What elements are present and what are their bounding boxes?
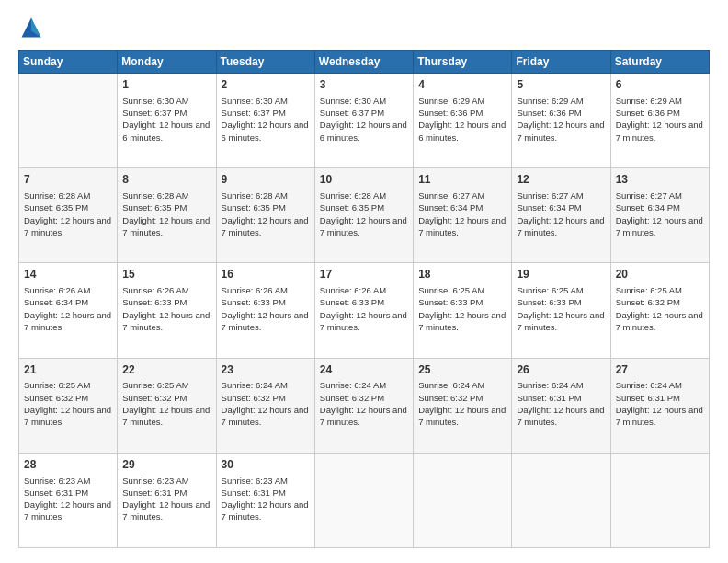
day-header-saturday: Saturday [610,51,709,74]
sunset-text: Sunset: 6:33 PM [418,297,483,307]
daylight-text: Daylight: 12 hours and 6 minutes. [320,120,407,142]
sunrise-text: Sunrise: 6:26 AM [320,285,386,295]
calendar-cell: 3Sunrise: 6:30 AMSunset: 6:37 PMDaylight… [314,74,413,168]
calendar-cell: 24Sunrise: 6:24 AMSunset: 6:32 PMDayligh… [314,358,413,453]
sunrise-text: Sunrise: 6:24 AM [222,380,288,390]
sunset-text: Sunset: 6:35 PM [122,202,187,213]
sunset-text: Sunset: 6:34 PM [418,202,483,213]
day-number: 6 [616,77,704,93]
daylight-text: Daylight: 12 hours and 7 minutes. [418,215,506,237]
sunset-text: Sunset: 6:35 PM [320,202,384,213]
day-number: 19 [517,267,605,282]
daylight-text: Daylight: 12 hours and 7 minutes. [122,310,210,332]
daylight-text: Daylight: 12 hours and 7 minutes. [320,215,407,237]
daylight-text: Daylight: 12 hours and 7 minutes. [122,215,210,237]
day-number: 20 [616,267,704,282]
calendar-cell [19,74,118,168]
daylight-text: Daylight: 12 hours and 6 minutes. [122,120,210,142]
day-number: 26 [517,362,605,378]
daylight-text: Daylight: 12 hours and 7 minutes. [24,310,111,332]
daylight-text: Daylight: 12 hours and 7 minutes. [517,120,604,142]
daylight-text: Daylight: 12 hours and 7 minutes. [616,215,703,237]
calendar-cell: 2Sunrise: 6:30 AMSunset: 6:37 PMDaylight… [216,74,314,168]
sunrise-text: Sunrise: 6:27 AM [517,190,583,201]
day-number: 12 [517,172,605,188]
logo-icon [18,15,44,40]
calendar-cell: 30Sunrise: 6:23 AMSunset: 6:31 PMDayligh… [216,453,314,547]
daylight-text: Daylight: 12 hours and 7 minutes. [24,405,111,427]
day-number: 2 [222,77,310,93]
daylight-text: Daylight: 12 hours and 7 minutes. [616,405,703,427]
calendar-cell: 6Sunrise: 6:29 AMSunset: 6:36 PMDaylight… [610,74,709,168]
sunrise-text: Sunrise: 6:28 AM [122,190,188,201]
calendar-cell: 23Sunrise: 6:24 AMSunset: 6:32 PMDayligh… [216,358,314,453]
daylight-text: Daylight: 12 hours and 7 minutes. [122,500,210,522]
sunset-text: Sunset: 6:33 PM [517,297,581,307]
daylight-text: Daylight: 12 hours and 7 minutes. [24,500,111,522]
calendar-cell: 13Sunrise: 6:27 AMSunset: 6:34 PMDayligh… [610,168,709,263]
sunrise-text: Sunrise: 6:29 AM [418,96,484,106]
sunset-text: Sunset: 6:34 PM [517,202,581,213]
sunset-text: Sunset: 6:35 PM [24,202,88,213]
sunset-text: Sunset: 6:33 PM [122,297,187,307]
daylight-text: Daylight: 12 hours and 6 minutes. [418,120,506,142]
calendar-cell: 21Sunrise: 6:25 AMSunset: 6:32 PMDayligh… [19,358,118,453]
day-number: 11 [418,172,506,188]
calendar-cell: 28Sunrise: 6:23 AMSunset: 6:31 PMDayligh… [19,453,118,547]
sunset-text: Sunset: 6:35 PM [222,202,286,213]
sunset-text: Sunset: 6:36 PM [517,108,581,118]
day-number: 15 [122,267,210,282]
sunset-text: Sunset: 6:33 PM [222,297,286,307]
daylight-text: Daylight: 12 hours and 7 minutes. [616,120,703,142]
daylight-text: Daylight: 12 hours and 7 minutes. [517,310,604,332]
day-number: 18 [418,267,506,282]
sunrise-text: Sunrise: 6:26 AM [24,285,90,295]
daylight-text: Daylight: 12 hours and 7 minutes. [222,215,309,237]
sunset-text: Sunset: 6:37 PM [122,108,187,118]
day-number: 27 [616,362,704,378]
daylight-text: Daylight: 12 hours and 7 minutes. [320,405,407,427]
sunset-text: Sunset: 6:32 PM [616,297,680,307]
sunrise-text: Sunrise: 6:27 AM [418,190,484,201]
day-number: 28 [24,457,112,473]
daylight-text: Daylight: 12 hours and 7 minutes. [222,500,309,522]
sunrise-text: Sunrise: 6:25 AM [24,380,90,390]
sunrise-text: Sunrise: 6:25 AM [517,285,583,295]
day-number: 22 [122,362,210,378]
sunset-text: Sunset: 6:32 PM [24,393,88,403]
daylight-text: Daylight: 12 hours and 7 minutes. [517,215,604,237]
calendar-cell: 25Sunrise: 6:24 AMSunset: 6:32 PMDayligh… [414,358,512,453]
sunset-text: Sunset: 6:37 PM [222,108,286,118]
sunrise-text: Sunrise: 6:30 AM [320,96,386,106]
sunset-text: Sunset: 6:31 PM [222,488,286,498]
calendar-cell: 19Sunrise: 6:25 AMSunset: 6:33 PMDayligh… [512,263,610,358]
sunrise-text: Sunrise: 6:23 AM [222,476,288,486]
sunrise-text: Sunrise: 6:28 AM [320,190,386,201]
logo [18,15,48,40]
day-number: 21 [24,362,112,378]
daylight-text: Daylight: 12 hours and 7 minutes. [418,310,506,332]
day-number: 10 [320,172,408,188]
sunrise-text: Sunrise: 6:24 AM [320,380,386,390]
day-number: 25 [418,362,506,378]
day-number: 5 [517,77,605,93]
day-number: 8 [122,172,210,188]
day-number: 4 [418,77,506,93]
sunset-text: Sunset: 6:33 PM [320,297,384,307]
day-header-monday: Monday [118,51,216,74]
calendar-cell [314,453,413,547]
calendar-cell: 4Sunrise: 6:29 AMSunset: 6:36 PMDaylight… [414,74,512,168]
daylight-text: Daylight: 12 hours and 6 minutes. [222,120,309,142]
daylight-text: Daylight: 12 hours and 7 minutes. [418,405,506,427]
calendar-cell [610,453,709,547]
calendar-cell: 11Sunrise: 6:27 AMSunset: 6:34 PMDayligh… [414,168,512,263]
sunrise-text: Sunrise: 6:24 AM [418,380,484,390]
sunrise-text: Sunrise: 6:25 AM [418,285,484,295]
sunrise-text: Sunrise: 6:25 AM [122,380,188,390]
calendar-cell [512,453,610,547]
sunrise-text: Sunrise: 6:28 AM [24,190,90,201]
calendar-cell: 5Sunrise: 6:29 AMSunset: 6:36 PMDaylight… [512,74,610,168]
day-header-thursday: Thursday [414,51,512,74]
daylight-text: Daylight: 12 hours and 7 minutes. [222,405,309,427]
calendar-cell: 7Sunrise: 6:28 AMSunset: 6:35 PMDaylight… [19,168,118,263]
